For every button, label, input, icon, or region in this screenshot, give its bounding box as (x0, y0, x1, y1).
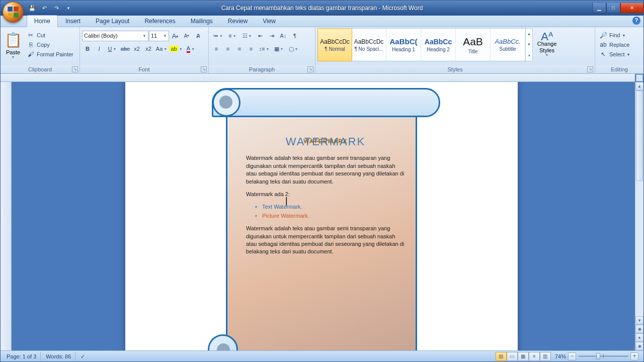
vertical-scrollbar[interactable]: ▲ ▼ ◉ ● ◉ (635, 82, 643, 350)
status-words[interactable]: Words: 86 (42, 352, 75, 361)
next-page-icon[interactable]: ◉ (635, 342, 643, 350)
decrease-indent-button[interactable]: ⇤ (255, 30, 266, 41)
tab-references[interactable]: References (137, 15, 183, 27)
ruler-toggle[interactable] (636, 74, 643, 81)
svg-rect-1 (14, 7, 19, 12)
prev-page-icon[interactable]: ◉ (635, 325, 643, 333)
copy-button[interactable]: ⎘Copy (25, 40, 75, 49)
scroll-thumb[interactable] (636, 90, 643, 181)
paste-button[interactable]: 📋 Paste ▼ (3, 28, 24, 61)
justify-button[interactable]: ≡ (246, 43, 257, 54)
paragraph-1: Watermark adalah teks atau gambar semi t… (246, 154, 405, 186)
line-spacing-button[interactable]: ↕≡▼ (257, 43, 271, 54)
font-launcher[interactable]: ↘ (201, 66, 207, 72)
clear-formatting-button[interactable]: A̷ (193, 30, 204, 41)
zoom-in-button[interactable]: + (630, 352, 638, 360)
scroll-up-icon[interactable]: ▲ (635, 82, 643, 90)
bullets-button[interactable]: ≔▼ (211, 30, 225, 41)
paragraph-list-intro: Watermark ada 2: (246, 191, 405, 198)
document-text[interactable]: WATERMARKWATERMARK Watermark adalah teks… (246, 129, 405, 348)
style---normal[interactable]: AaBbCcDc¶ Normal (317, 28, 352, 61)
change-styles-button[interactable]: Aᴬ Change Styles ▼ (534, 28, 560, 61)
zoom-percent[interactable]: 74% (555, 353, 566, 359)
redo-icon[interactable]: ↷ (51, 3, 62, 14)
align-left-button[interactable]: ≡ (211, 43, 222, 54)
zoom-out-button[interactable]: − (568, 352, 576, 360)
browse-object-icon[interactable]: ● (635, 333, 643, 342)
office-button[interactable] (3, 2, 24, 23)
tab-home[interactable]: Home (27, 15, 58, 27)
maximize-button[interactable]: □ (606, 3, 620, 13)
zoom-slider[interactable] (578, 355, 628, 357)
replace-button[interactable]: abReplace (597, 40, 632, 49)
select-button[interactable]: ↖Select ▼ (597, 50, 632, 59)
style-row-up-icon[interactable]: ▲ (526, 29, 532, 39)
tab-view[interactable]: View (255, 15, 283, 27)
highlight-button[interactable]: ab▼ (169, 43, 183, 54)
style-subtitle[interactable]: AaBbCc.Subtitle (491, 29, 525, 61)
chevron-down-icon: ▼ (622, 34, 625, 37)
show-hide-button[interactable]: ¶ (289, 30, 300, 41)
scroll-down-icon[interactable]: ▼ (635, 316, 643, 325)
underline-button[interactable]: U▼ (105, 43, 119, 54)
style---no-spaci---[interactable]: AaBbCcDc¶ No Spaci... (352, 29, 386, 61)
borders-button[interactable]: ▢▼ (286, 43, 300, 54)
shrink-font-button[interactable]: A▾ (181, 30, 192, 41)
minimize-button[interactable]: ▁ (592, 3, 606, 13)
view-web-layout[interactable]: ▦ (518, 352, 529, 361)
svg-rect-3 (14, 13, 19, 18)
view-print-layout[interactable]: ▤ (496, 352, 507, 361)
qat-customize-icon[interactable]: ▼ (63, 3, 74, 14)
grow-font-button[interactable]: A▴ (170, 30, 181, 41)
shading-button[interactable]: ▦▼ (272, 43, 286, 54)
title-bar: 💾 ↶ ↷ ▼ Cara Cepat menambahkan teks diat… (1, 1, 643, 16)
font-color-button[interactable]: A▼ (184, 43, 198, 54)
tab-page-layout[interactable]: Page Layout (88, 15, 137, 27)
superscript-button[interactable]: x2 (143, 43, 154, 54)
styles-launcher[interactable]: ↘ (587, 66, 593, 72)
document-page[interactable]: | WATERMARKWATERMARK Watermark adalah te… (125, 80, 518, 350)
format-painter-button[interactable]: 🖌Format Painter (25, 50, 75, 59)
style-more-icon[interactable]: ▾ (526, 50, 532, 61)
subscript-button[interactable]: x2 (131, 43, 142, 54)
align-right-button[interactable]: ≡ (234, 43, 245, 54)
scroll-top-shape (212, 88, 440, 117)
style-title[interactable]: AaBTitle (456, 29, 491, 61)
italic-button[interactable]: I (94, 43, 105, 54)
status-page[interactable]: Page: 1 of 3 (3, 352, 41, 361)
tab-review[interactable]: Review (220, 15, 255, 27)
undo-icon[interactable]: ↶ (39, 3, 50, 14)
status-spellcheck-icon[interactable]: ✓ (76, 352, 89, 361)
vertical-ruler[interactable] (1, 82, 12, 350)
tab-mailings[interactable]: Mailings (183, 15, 220, 27)
save-icon[interactable]: 💾 (27, 3, 38, 14)
increase-indent-button[interactable]: ⇥ (266, 30, 277, 41)
align-center-button[interactable]: ≡ (222, 43, 233, 54)
clipboard-launcher[interactable]: ↘ (72, 66, 78, 72)
view-draft[interactable]: ▥ (540, 352, 551, 361)
multilevel-button[interactable]: ☷▼ (240, 30, 254, 41)
numbering-button[interactable]: ≡▼ (225, 30, 239, 41)
view-full-screen[interactable]: ▭ (507, 352, 518, 361)
sort-button[interactable]: A↓ (278, 30, 289, 41)
style-row-down-icon[interactable]: ▼ (526, 39, 532, 50)
style-gallery: AaBbCcDc¶ NormalAaBbCcDc¶ No Spaci...AaB… (317, 28, 533, 61)
font-size-combo[interactable]: 11▼ (149, 31, 169, 41)
horizontal-ruler[interactable] (1, 74, 635, 82)
style-heading-1[interactable]: AaBbC(Heading 1 (386, 29, 421, 61)
strikethrough-button[interactable]: abe (120, 43, 131, 54)
bold-button[interactable]: B (82, 43, 93, 54)
font-family-combo[interactable]: Calibri (Body)▼ (82, 31, 148, 41)
view-outline[interactable]: ≡ (529, 352, 540, 361)
chevron-down-icon: ▼ (545, 53, 549, 57)
find-button[interactable]: 🔎Find ▼ (597, 31, 632, 40)
style-heading-2[interactable]: AaBbCcHeading 2 (421, 29, 456, 61)
group-paragraph-label: Paragraph (249, 66, 275, 72)
cut-button[interactable]: ✂Cut (25, 31, 75, 40)
zoom-thumb[interactable] (596, 353, 600, 359)
help-icon[interactable]: ? (632, 17, 640, 25)
tab-insert[interactable]: Insert (58, 15, 88, 27)
close-button[interactable]: ✕ (620, 3, 643, 13)
paragraph-launcher[interactable]: ↘ (307, 66, 313, 72)
change-case-button[interactable]: Aa▼ (154, 43, 169, 54)
